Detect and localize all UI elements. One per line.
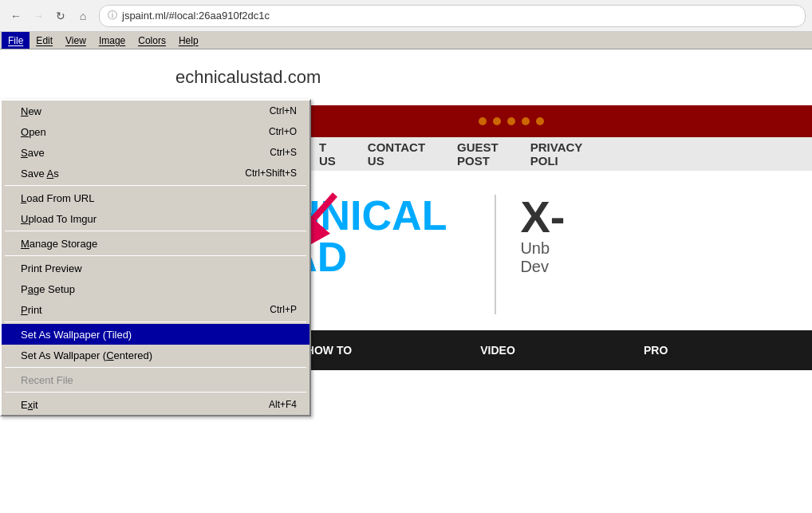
nav-buttons: ← → ↻ ⌂ (6, 6, 93, 26)
menu-item-wallpaper-centered-label: Set As Wallpaper (Centered) (21, 349, 281, 361)
menu-item-print-preview-label: Print Preview (21, 262, 281, 274)
menu-item-exit-label: Exit (21, 399, 253, 411)
menu-item-save-as[interactable]: Save As Ctrl+Shift+S (2, 163, 309, 183)
right-sub2: Dev (520, 258, 565, 276)
menu-view[interactable]: View (59, 32, 93, 49)
menu-item-print-preview[interactable]: Print Preview (2, 258, 309, 278)
menu-item-print-shortcut: Ctrl+P (270, 304, 297, 315)
home-button[interactable]: ⌂ (73, 6, 93, 26)
menu-item-wallpaper-tiled-label: Set As Wallpaper (Tiled) (21, 329, 281, 341)
menu-edit[interactable]: Edit (30, 32, 59, 49)
menu-item-print[interactable]: Print Ctrl+P (2, 299, 309, 320)
banner-dot-1 (479, 117, 487, 125)
menu-item-load-url-label: Load From URL (21, 192, 281, 204)
menu-item-open-shortcut: Ctrl+O (269, 126, 297, 137)
menu-item-recent-file-label: Recent File (21, 374, 281, 386)
url-text: jspaint.ml/#local:26aa910f2dc1c (122, 10, 270, 22)
menu-item-upload-imgur-label: Upload To Imgur (21, 213, 281, 225)
separator-3 (5, 255, 306, 256)
reload-button[interactable]: ↻ (51, 6, 70, 26)
right-sub1: Unb (520, 239, 565, 258)
menu-help[interactable]: Help (172, 32, 205, 49)
site-url-text: echnicalustad.com (175, 67, 321, 88)
app-content: echnicalustad.com T US CONTACT US GUEST … (0, 49, 812, 513)
menu-item-new-label: New (21, 105, 254, 117)
menu-file-label: File (8, 35, 23, 46)
app-menubar: File Edit View Image Colors Help (0, 32, 812, 49)
separator-1 (5, 185, 306, 186)
menu-item-save-label: Save (21, 147, 254, 159)
menu-image-label: Image (99, 35, 125, 46)
site-header: echnicalustad.com (0, 49, 812, 105)
menu-colors-label: Colors (138, 35, 166, 46)
bottom-link-pro[interactable]: PRO (644, 344, 668, 357)
menu-item-manage-storage[interactable]: Manage Storage (2, 233, 309, 254)
nav-item-4[interactable]: PRIVACY POLI (530, 140, 582, 168)
banner-dot-5 (536, 117, 544, 125)
menu-item-exit[interactable]: Exit Alt+F4 (2, 394, 309, 415)
file-dropdown-menu: New Ctrl+N Open Ctrl+O Save Ctrl+S Save … (0, 99, 311, 416)
right-content: X- Unb Dev (495, 195, 565, 314)
menu-item-load-url[interactable]: Load From URL (2, 187, 309, 208)
menu-item-new[interactable]: New Ctrl+N (2, 101, 309, 121)
right-title: X- (520, 195, 565, 239)
address-bar[interactable]: ⓘ jspaint.ml/#local:26aa910f2dc1c (99, 5, 806, 27)
menu-item-wallpaper-centered[interactable]: Set As Wallpaper (Centered) (2, 345, 309, 365)
nav-item-1[interactable]: T US (319, 140, 336, 168)
menu-item-recent-file: Recent File (2, 369, 309, 390)
separator-6 (5, 392, 306, 393)
menu-item-save-as-label: Save As (21, 168, 229, 180)
menu-colors[interactable]: Colors (132, 32, 172, 49)
menu-item-print-label: Print (21, 304, 254, 316)
menu-item-new-shortcut: Ctrl+N (270, 105, 297, 116)
menu-item-save-shortcut: Ctrl+S (270, 147, 297, 158)
menu-item-save[interactable]: Save Ctrl+S (2, 142, 309, 163)
forward-button[interactable]: → (29, 6, 48, 26)
menu-item-open-label: Open (21, 126, 253, 138)
menu-item-upload-imgur[interactable]: Upload To Imgur (2, 208, 309, 229)
back-button[interactable]: ← (6, 6, 26, 26)
banner-dot-3 (507, 117, 515, 125)
menu-item-save-as-shortcut: Ctrl+Shift+S (245, 168, 297, 179)
banner-dot-4 (522, 117, 530, 125)
separator-5 (5, 367, 306, 368)
menu-item-exit-shortcut: Alt+F4 (269, 399, 297, 410)
bottom-link-video[interactable]: VIDEO (480, 344, 515, 357)
menu-item-page-setup[interactable]: Page Setup (2, 278, 309, 299)
menu-view-label: View (65, 35, 86, 46)
menu-item-wallpaper-tiled[interactable]: Set As Wallpaper (Tiled) (2, 324, 309, 345)
menu-item-manage-storage-label: Manage Storage (21, 238, 281, 250)
menu-image[interactable]: Image (93, 32, 132, 49)
menu-help-label: Help (179, 35, 199, 46)
browser-nav-bar: ← → ↻ ⌂ ⓘ jspaint.ml/#local:26aa910f2dc1… (0, 0, 812, 32)
nav-item-2[interactable]: CONTACT US (368, 140, 425, 168)
bottom-link-howto[interactable]: HOW TO (306, 344, 352, 357)
menu-item-open[interactable]: Open Ctrl+O (2, 121, 309, 142)
lock-icon: ⓘ (108, 9, 117, 22)
separator-2 (5, 231, 306, 231)
separator-4 (5, 322, 306, 322)
menu-edit-label: Edit (36, 35, 53, 46)
menu-item-page-setup-label: Page Setup (21, 283, 281, 295)
menu-file[interactable]: File (2, 32, 30, 49)
banner-dot-2 (493, 117, 501, 125)
nav-item-3[interactable]: GUEST POST (457, 140, 499, 168)
